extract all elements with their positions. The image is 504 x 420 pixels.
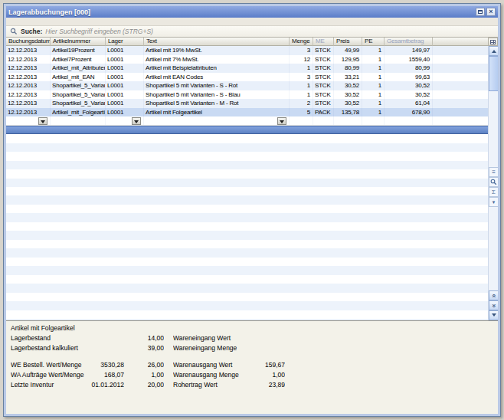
table-row-1[interactable]: 12.12.2013Artikel19ProzentL0001Artikel m… (6, 46, 488, 55)
edit-cell-gesamtbetrag[interactable] (385, 116, 433, 125)
edit-cell-menge[interactable] (290, 116, 313, 125)
cell-buchungsdatum: 12.12.2013 (6, 81, 51, 90)
cell-artikelnummer: Artikel7Prozent (51, 55, 106, 64)
column-chooser-button[interactable] (488, 38, 498, 46)
toolbar-strip (6, 18, 498, 26)
column-header-menge[interactable]: Menge (290, 38, 313, 46)
dropdown-button-text[interactable] (277, 117, 286, 125)
table-row-7[interactable]: 12.12.2013Shopartikel_5_VariantL0001Shop… (6, 99, 488, 108)
cell-artikelnummer: Artikel_mit_Attributen (51, 64, 106, 73)
vertical-scrollbar: ≡ Σ ▼ « » (488, 46, 498, 320)
detail-row: Lagerbestand kalkuliert39,00Wareneingang… (11, 343, 493, 353)
column-header-me[interactable]: ME (313, 38, 334, 46)
detail-label-left: Lagerbestand kalkuliert (11, 343, 87, 353)
cell-me: STCK (313, 99, 334, 108)
titlebar-buttons: × (476, 8, 496, 16)
cell-preis: 129,95 (334, 55, 362, 64)
column-header-gesamtbetrag[interactable]: Gesamtbetrag (385, 38, 433, 46)
table-row-5[interactable]: 12.12.2013Shopartikel_5_VariantL0001Shop… (6, 81, 488, 90)
sum-tool-button[interactable]: Σ (489, 187, 498, 197)
detail-value-1: 01.01.2012 (87, 380, 124, 390)
cell-gesamtbetrag: 30,52 (385, 81, 433, 90)
table-row-2[interactable]: 12.12.2013Artikel7ProzentL0001Artikel mi… (6, 55, 488, 64)
cell-lager: L0001 (106, 55, 144, 64)
detail-value-3: 159,67 (259, 360, 285, 370)
cell-buchungsdatum: 12.12.2013 (6, 90, 51, 100)
table-row-4[interactable]: 12.12.2013Artikel_mit_EANL0001Artikel mi… (6, 73, 488, 82)
list-icon: ≡ (492, 169, 496, 176)
cell-artikelnummer: Shopartikel_5_Variant (51, 81, 106, 90)
table-row-6[interactable]: 12.12.2013Shopartikel_5_VariantL0001Shop… (6, 90, 488, 100)
detail-label-left: WA Aufträge Wert/Menge (11, 370, 87, 380)
cell-filler (433, 73, 488, 82)
search-tool-button[interactable] (489, 177, 498, 187)
cell-gesamtbetrag: 61,04 (385, 99, 433, 108)
next-group-button[interactable]: » (489, 300, 498, 310)
cell-preis: 30,52 (334, 90, 362, 100)
edit-cell-pe[interactable] (362, 116, 385, 125)
chevron-down-icon (134, 120, 139, 125)
cell-text: Artikel mit Beispielattributen (144, 64, 290, 73)
column-header-preis[interactable]: Preis (334, 38, 362, 46)
edit-cell-artikelnummer[interactable] (51, 116, 106, 125)
focused-row-bar[interactable] (6, 126, 488, 135)
detail-label-right: Wareneingang Wert (173, 333, 259, 343)
dropdown-button-lager[interactable] (132, 117, 141, 125)
data-grid: BuchungsdatumArtikelnummerLagerTextMenge… (6, 38, 498, 320)
cell-menge: 5 (290, 108, 313, 117)
column-header-artikelnummer[interactable]: Artikelnummer (51, 38, 106, 46)
sum-icon: Σ (492, 189, 496, 195)
detail-value-2: 20,00 (124, 380, 164, 390)
detail-label-left: WE Bestell. Wert/Menge (11, 360, 87, 370)
column-header-text[interactable]: Text (144, 38, 290, 46)
table-row-3[interactable]: 12.12.2013Artikel_mit_AttributenL0001Art… (6, 64, 488, 73)
table-options-button[interactable]: ≡ (489, 167, 498, 177)
detail-row: WE Bestell. Wert/Menge3530,2826,00Warena… (11, 360, 493, 370)
detail-value-3 (259, 343, 285, 353)
scroll-down-button[interactable] (489, 310, 498, 320)
detail-title: Artikel mit Folgeartikel (11, 323, 493, 333)
cell-artikelnummer: Artikel_mit_EAN (51, 73, 106, 82)
edit-cell-me[interactable] (313, 116, 334, 125)
search-input[interactable]: Suche: Hier Suchbegriff eingeben (STRG+S… (6, 26, 498, 38)
cell-me: STCK (313, 64, 334, 73)
edit-cell-text[interactable] (144, 116, 290, 125)
edit-cell-preis[interactable] (334, 116, 362, 125)
filter-tool-button[interactable]: ▼ (489, 197, 498, 207)
cell-pe: 1 (362, 90, 385, 100)
close-button[interactable]: × (486, 8, 496, 16)
scroll-up-button[interactable] (489, 46, 498, 56)
detail-value-3: 23,89 (259, 380, 285, 390)
cell-text: Artikel mit 7% MwSt. (144, 55, 290, 64)
cell-filler (433, 108, 488, 117)
detail-value-1: 168,07 (87, 370, 124, 380)
detail-row: WA Aufträge Wert/Menge168,071,00Warenaus… (11, 370, 493, 380)
edit-row[interactable] (6, 116, 488, 126)
edit-cell-lager[interactable] (106, 116, 144, 125)
search-icon (10, 28, 18, 35)
cell-pe: 1 (362, 64, 385, 73)
detail-value-1 (87, 333, 124, 343)
column-header-pe[interactable]: PE (362, 38, 385, 46)
cell-menge: 1 (290, 81, 313, 90)
cell-filler (433, 46, 488, 55)
cell-gesamtbetrag: 80,99 (385, 64, 433, 73)
window-titlebar[interactable]: Lagerabbuchungen [000] × (6, 6, 498, 18)
dock-button[interactable] (476, 8, 485, 16)
table-row-8[interactable]: 12.12.2013Artikel_mit_FolgeartikL0001Art… (6, 108, 488, 117)
column-header-buchungsdatum[interactable]: Buchungsdatum (6, 38, 51, 46)
cell-menge: 12 (290, 55, 313, 64)
cell-menge: 1 (290, 64, 313, 73)
detail-spacer (11, 353, 493, 360)
prev-group-button[interactable]: « (489, 290, 498, 300)
double-up-icon: « (490, 294, 497, 297)
scroll-thumb[interactable] (489, 56, 498, 91)
detail-value-3: 1,00 (259, 370, 285, 380)
detail-value-3 (259, 333, 285, 343)
dropdown-button-buchungsdatum[interactable] (38, 117, 47, 125)
cell-menge: 2 (290, 99, 313, 108)
detail-label-left: Letzte Inventur (11, 380, 87, 390)
edit-cell-buchungsdatum[interactable] (6, 116, 51, 125)
details-panel: Artikel mit Folgeartikel Lagerbestand14,… (6, 320, 498, 414)
column-header-lager[interactable]: Lager (106, 38, 144, 46)
